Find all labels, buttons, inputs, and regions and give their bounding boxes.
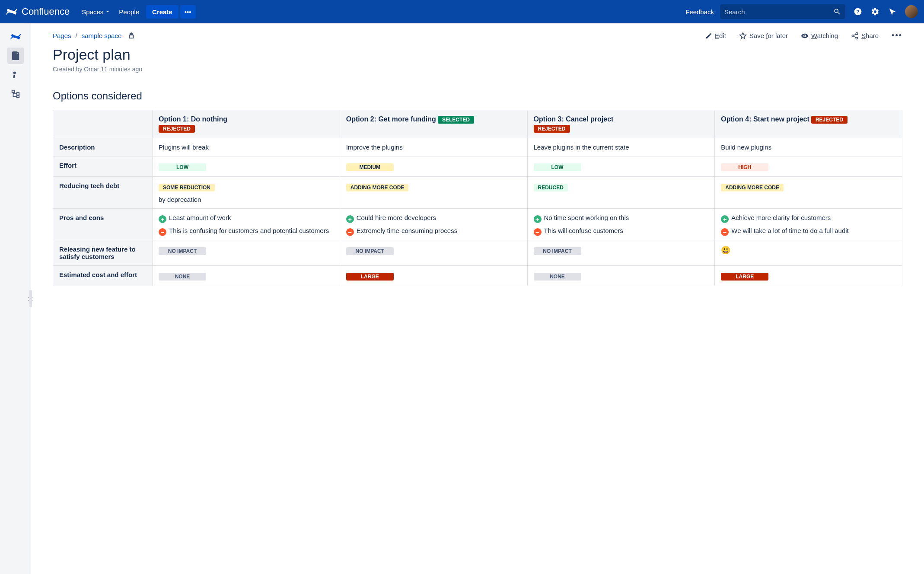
svg-text:”: ” <box>13 70 16 79</box>
cost-badge: LARGE <box>721 273 768 281</box>
cost-badge: NONE <box>534 273 581 281</box>
settings-icon[interactable] <box>870 7 880 16</box>
search-icon <box>833 8 841 16</box>
notifications-icon[interactable] <box>888 7 897 16</box>
status-badge: REJECTED <box>159 125 195 133</box>
watching-action[interactable]: Watching <box>801 32 838 40</box>
user-avatar[interactable] <box>905 5 918 18</box>
svg-text:?: ? <box>856 9 859 14</box>
plus-icon: + <box>721 215 729 223</box>
plus-icon: + <box>346 215 354 223</box>
status-badge: REJECTED <box>811 116 848 124</box>
effort-badge: LOW <box>159 163 206 171</box>
effort-badge: HIGH <box>721 163 768 171</box>
help-icon[interactable]: ? <box>853 7 863 16</box>
star-icon <box>739 32 747 40</box>
effort-badge: MEDIUM <box>346 163 394 171</box>
page-actions: Edit Save for later Watching <box>705 31 902 40</box>
more-actions[interactable]: ••• <box>892 31 902 40</box>
sidebar-pages-icon[interactable] <box>7 48 24 64</box>
releasing-badge: NO IMPACT <box>159 247 206 255</box>
row-effort: Effort <box>53 156 153 177</box>
main-content: Pages / sample space Edit <box>31 23 924 574</box>
save-for-later-action[interactable]: Save for later <box>739 32 788 40</box>
search-input[interactable] <box>724 8 833 16</box>
plus-icon: + <box>159 215 166 223</box>
breadcrumb-space[interactable]: sample space <box>82 32 122 39</box>
row-releasing: Releasing new feature to satisfy custome… <box>53 240 153 266</box>
row-techdebt: Reducing tech debt <box>53 177 153 209</box>
techdebt-badge: REDUCED <box>534 184 568 191</box>
releasing-badge: NO IMPACT <box>534 247 581 255</box>
svg-rect-6 <box>12 90 14 93</box>
create-more-button[interactable]: ••• <box>180 5 196 19</box>
techdebt-badge: SOME REDUCTION <box>159 184 215 191</box>
status-badge: SELECTED <box>438 116 474 124</box>
plus-icon: + <box>534 215 542 223</box>
page-meta: Created by Omar 11 minutes ago <box>53 66 902 73</box>
share-icon <box>851 32 859 40</box>
row-description: Description <box>53 138 153 156</box>
breadcrumb-pages[interactable]: Pages <box>53 32 71 39</box>
more-icon: ••• <box>892 31 902 40</box>
status-badge: REJECTED <box>534 125 570 133</box>
option-1-header: Option 1: Do nothing REJECTED <box>153 110 340 138</box>
cost-badge: LARGE <box>346 273 394 281</box>
options-table: Option 1: Do nothing REJECTED Option 2: … <box>53 110 902 286</box>
top-right-icons: ? <box>853 5 918 18</box>
sidebar-space-icon[interactable] <box>7 29 24 45</box>
option-4-header: Option 4: Start new project REJECTED <box>715 110 902 138</box>
chevron-down-icon <box>105 9 110 14</box>
page-title: Project plan <box>53 46 902 63</box>
nav-spaces[interactable]: Spaces <box>77 6 115 18</box>
minus-icon: − <box>721 228 729 236</box>
breadcrumbs: Pages / sample space <box>53 32 135 40</box>
svg-rect-7 <box>16 92 19 95</box>
restrictions-icon[interactable] <box>127 32 135 40</box>
sidebar: ” ⋮⋮ <box>0 23 31 574</box>
confluence-icon <box>6 6 17 17</box>
cost-badge: NONE <box>159 273 206 281</box>
techdebt-badge: ADDING MORE CODE <box>346 184 409 191</box>
share-action[interactable]: Share <box>851 32 879 40</box>
sidebar-resize-handle[interactable]: ⋮⋮ <box>29 290 32 307</box>
minus-icon: − <box>534 228 542 236</box>
row-cost: Estimated cost and effort <box>53 266 153 286</box>
option-3-header: Option 3: Cancel project REJECTED <box>527 110 715 138</box>
svg-rect-8 <box>16 96 19 98</box>
top-nav: Confluence Spaces People Create ••• Feed… <box>0 0 924 23</box>
minus-icon: − <box>346 228 354 236</box>
create-button[interactable]: Create <box>146 5 178 19</box>
product-name: Confluence <box>22 6 70 17</box>
option-2-header: Option 2: Get more funding SELECTED <box>340 110 527 138</box>
smile-emoji: 😃 <box>721 246 730 255</box>
edit-action[interactable]: Edit <box>705 32 726 39</box>
sidebar-tree-icon[interactable] <box>7 86 24 102</box>
table-corner <box>53 110 153 138</box>
row-proscons: Pros and cons <box>53 209 153 240</box>
releasing-badge: NO IMPACT <box>346 247 394 255</box>
pencil-icon <box>705 32 712 39</box>
minus-icon: − <box>159 228 166 236</box>
logo[interactable]: Confluence <box>6 6 70 17</box>
sidebar-blog-icon[interactable]: ” <box>7 67 24 83</box>
section-heading: Options considered <box>53 90 902 102</box>
search-box[interactable] <box>720 4 845 19</box>
eye-icon <box>801 32 809 40</box>
nav-people[interactable]: People <box>115 6 143 18</box>
techdebt-badge: ADDING MORE CODE <box>721 184 784 191</box>
feedback-link[interactable]: Feedback <box>685 8 714 16</box>
effort-badge: LOW <box>534 163 581 171</box>
